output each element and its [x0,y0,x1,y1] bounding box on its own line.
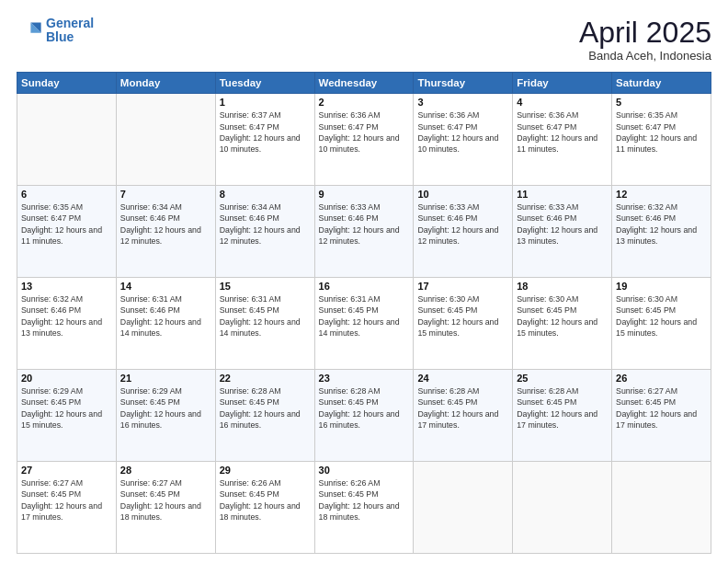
day-header-saturday: Saturday [612,73,711,94]
day-info: Sunrise: 6:36 AMSunset: 6:47 PMDaylight:… [319,109,410,155]
day-number: 25 [517,373,608,384]
day-info: Sunrise: 6:28 AMSunset: 6:45 PMDaylight:… [319,385,410,431]
day-info: Sunrise: 6:37 AMSunset: 6:47 PMDaylight:… [220,109,311,155]
header-row: SundayMondayTuesdayWednesdayThursdayFrid… [17,73,711,94]
day-info: Sunrise: 6:31 AMSunset: 6:46 PMDaylight:… [120,293,211,339]
day-cell [17,94,117,186]
day-number: 28 [120,465,211,476]
day-number: 20 [21,373,112,384]
day-number: 1 [220,97,311,108]
day-info: Sunrise: 6:29 AMSunset: 6:45 PMDaylight:… [21,385,112,431]
day-info: Sunrise: 6:33 AMSunset: 6:46 PMDaylight:… [319,201,410,247]
day-cell: 7Sunrise: 6:34 AMSunset: 6:46 PMDaylight… [116,186,215,278]
day-number: 12 [616,189,707,200]
day-number: 4 [517,97,608,108]
day-info: Sunrise: 6:33 AMSunset: 6:46 PMDaylight:… [417,201,508,247]
day-cell: 19Sunrise: 6:30 AMSunset: 6:45 PMDayligh… [612,278,711,370]
day-info: Sunrise: 6:28 AMSunset: 6:45 PMDaylight:… [417,385,508,431]
day-info: Sunrise: 6:27 AMSunset: 6:45 PMDaylight:… [616,385,707,431]
day-cell [414,462,513,554]
day-number: 26 [616,373,707,384]
day-cell: 11Sunrise: 6:33 AMSunset: 6:46 PMDayligh… [513,186,612,278]
day-number: 23 [319,373,410,384]
day-number: 5 [616,97,707,108]
day-info: Sunrise: 6:34 AMSunset: 6:46 PMDaylight:… [120,201,211,247]
day-cell: 8Sunrise: 6:34 AMSunset: 6:46 PMDaylight… [215,186,314,278]
day-header-tuesday: Tuesday [215,73,314,94]
day-number: 6 [21,189,112,200]
day-header-thursday: Thursday [414,73,513,94]
subtitle: Banda Aceh, Indonesia [579,49,711,63]
day-number: 9 [319,189,410,200]
day-cell: 29Sunrise: 6:26 AMSunset: 6:45 PMDayligh… [215,462,314,554]
day-cell: 30Sunrise: 6:26 AMSunset: 6:45 PMDayligh… [314,462,414,554]
logo-icon [17,17,42,43]
day-info: Sunrise: 6:31 AMSunset: 6:45 PMDaylight:… [319,293,410,339]
day-cell: 25Sunrise: 6:28 AMSunset: 6:45 PMDayligh… [513,370,612,462]
day-number: 7 [120,189,211,200]
day-cell [513,462,612,554]
day-cell: 18Sunrise: 6:30 AMSunset: 6:45 PMDayligh… [513,278,612,370]
day-info: Sunrise: 6:32 AMSunset: 6:46 PMDaylight:… [21,293,112,339]
day-info: Sunrise: 6:28 AMSunset: 6:45 PMDaylight:… [517,385,608,431]
day-number: 17 [417,281,508,292]
week-row-1: 1Sunrise: 6:37 AMSunset: 6:47 PMDaylight… [17,94,711,186]
logo-text: General Blue [46,17,94,45]
day-number: 16 [319,281,410,292]
day-cell: 13Sunrise: 6:32 AMSunset: 6:46 PMDayligh… [17,278,117,370]
day-info: Sunrise: 6:28 AMSunset: 6:45 PMDaylight:… [220,385,311,431]
day-cell: 5Sunrise: 6:35 AMSunset: 6:47 PMDaylight… [612,94,711,186]
day-info: Sunrise: 6:30 AMSunset: 6:45 PMDaylight:… [417,293,508,339]
week-row-3: 13Sunrise: 6:32 AMSunset: 6:46 PMDayligh… [17,278,711,370]
day-info: Sunrise: 6:34 AMSunset: 6:46 PMDaylight:… [220,201,311,247]
day-number: 27 [21,465,112,476]
day-info: Sunrise: 6:30 AMSunset: 6:45 PMDaylight:… [616,293,707,339]
day-cell: 17Sunrise: 6:30 AMSunset: 6:45 PMDayligh… [414,278,513,370]
day-number: 24 [417,373,508,384]
day-cell: 16Sunrise: 6:31 AMSunset: 6:45 PMDayligh… [314,278,414,370]
day-info: Sunrise: 6:32 AMSunset: 6:46 PMDaylight:… [616,201,707,247]
day-number: 8 [220,189,311,200]
day-cell: 21Sunrise: 6:29 AMSunset: 6:45 PMDayligh… [116,370,215,462]
day-cell: 4Sunrise: 6:36 AMSunset: 6:47 PMDaylight… [513,94,612,186]
day-number: 13 [21,281,112,292]
day-info: Sunrise: 6:30 AMSunset: 6:45 PMDaylight:… [517,293,608,339]
day-cell: 10Sunrise: 6:33 AMSunset: 6:46 PMDayligh… [414,186,513,278]
day-number: 11 [517,189,608,200]
day-info: Sunrise: 6:27 AMSunset: 6:45 PMDaylight:… [120,477,211,523]
day-cell: 1Sunrise: 6:37 AMSunset: 6:47 PMDaylight… [215,94,314,186]
day-number: 15 [220,281,311,292]
day-number: 29 [220,465,311,476]
day-cell: 9Sunrise: 6:33 AMSunset: 6:46 PMDaylight… [314,186,414,278]
day-cell: 22Sunrise: 6:28 AMSunset: 6:45 PMDayligh… [215,370,314,462]
day-header-monday: Monday [116,73,215,94]
day-info: Sunrise: 6:27 AMSunset: 6:45 PMDaylight:… [21,477,112,523]
day-info: Sunrise: 6:35 AMSunset: 6:47 PMDaylight:… [21,201,112,247]
week-row-4: 20Sunrise: 6:29 AMSunset: 6:45 PMDayligh… [17,370,711,462]
month-title: April 2025 [579,17,711,49]
day-info: Sunrise: 6:36 AMSunset: 6:47 PMDaylight:… [517,109,608,155]
day-cell: 3Sunrise: 6:36 AMSunset: 6:47 PMDaylight… [414,94,513,186]
day-info: Sunrise: 6:31 AMSunset: 6:45 PMDaylight:… [220,293,311,339]
day-number: 30 [319,465,410,476]
day-header-sunday: Sunday [17,73,117,94]
day-info: Sunrise: 6:33 AMSunset: 6:46 PMDaylight:… [517,201,608,247]
day-cell: 23Sunrise: 6:28 AMSunset: 6:45 PMDayligh… [314,370,414,462]
day-info: Sunrise: 6:26 AMSunset: 6:45 PMDaylight:… [220,477,311,523]
day-info: Sunrise: 6:26 AMSunset: 6:45 PMDaylight:… [319,477,410,523]
day-number: 3 [417,97,508,108]
day-cell: 12Sunrise: 6:32 AMSunset: 6:46 PMDayligh… [612,186,711,278]
day-header-wednesday: Wednesday [314,73,414,94]
day-number: 14 [120,281,211,292]
day-cell: 14Sunrise: 6:31 AMSunset: 6:46 PMDayligh… [116,278,215,370]
day-number: 2 [319,97,410,108]
calendar-table: SundayMondayTuesdayWednesdayThursdayFrid… [17,72,711,554]
day-info: Sunrise: 6:29 AMSunset: 6:45 PMDaylight:… [120,385,211,431]
day-number: 10 [417,189,508,200]
day-number: 18 [517,281,608,292]
day-cell: 28Sunrise: 6:27 AMSunset: 6:45 PMDayligh… [116,462,215,554]
header: General Blue April 2025 Banda Aceh, Indo… [17,17,711,63]
day-cell: 20Sunrise: 6:29 AMSunset: 6:45 PMDayligh… [17,370,117,462]
week-row-5: 27Sunrise: 6:27 AMSunset: 6:45 PMDayligh… [17,462,711,554]
day-cell: 2Sunrise: 6:36 AMSunset: 6:47 PMDaylight… [314,94,414,186]
